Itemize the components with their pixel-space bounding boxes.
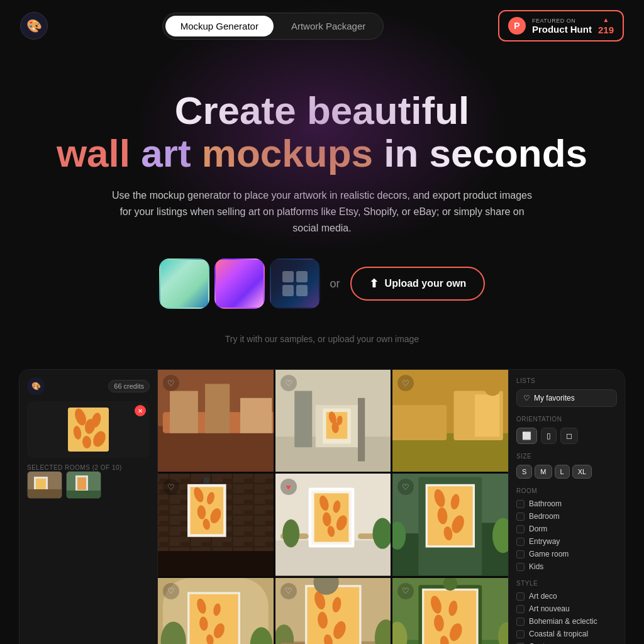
svg-point-62 [282, 519, 299, 548]
orient-landscape[interactable]: ⬜ [516, 428, 537, 444]
lists-label: LISTS [516, 377, 617, 384]
favorite-button-9[interactable]: ♡ [397, 583, 414, 599]
sample-images: or ⬆ Upload your own [25, 258, 619, 309]
checkbox-kids[interactable] [516, 563, 525, 571]
samples-hint: Try it with our samples, or upload your … [25, 334, 619, 344]
checkbox-bedroom[interactable] [516, 513, 525, 521]
artwork-svg [68, 408, 109, 452]
selected-room-2[interactable] [66, 471, 101, 499]
mockup-room-8[interactable]: ♡ [275, 578, 391, 644]
artwork-thumbnail[interactable] [68, 408, 109, 452]
hero-section: Create beautiful wall art mockups in sec… [0, 52, 644, 369]
size-s[interactable]: S [516, 465, 532, 479]
checkbox-bathroom[interactable] [516, 500, 525, 508]
heart-icon: ♡ [523, 394, 530, 402]
orientation-label: ORIENTATION [516, 416, 617, 423]
svg-rect-49 [158, 552, 274, 576]
tab-mockup-generator[interactable]: Mockup Generator [165, 16, 274, 36]
hero-subtitle: Use the mockup generator to place your a… [108, 187, 536, 236]
checkbox-artnouveau[interactable] [516, 605, 525, 613]
mockup-room-5[interactable]: ♥ [275, 474, 391, 575]
mockup-room-2[interactable]: ♡ [275, 370, 391, 472]
sample-image-3[interactable] [270, 258, 320, 309]
svg-rect-14 [67, 491, 101, 499]
hero-title-line1: Create beautiful [25, 89, 619, 132]
tab-artwork-packager[interactable]: Artwork Packager [276, 16, 380, 36]
delete-artwork-button[interactable]: ✕ [135, 405, 146, 416]
room-entryway[interactable]: Entryway [516, 537, 617, 546]
ph-name: Product Hunt [532, 24, 592, 35]
grid-cell-2 [296, 271, 308, 282]
sample-image-1[interactable] [159, 258, 209, 309]
grid-cell-1 [282, 271, 294, 282]
filter-room: ROOM Bathroom Bedroom Dorm [516, 487, 617, 571]
favorites-button[interactable]: ♡ My favorites [516, 389, 617, 407]
style-artdeco[interactable]: Art deco [516, 592, 617, 601]
favorite-button-7[interactable]: ♡ [163, 583, 179, 599]
svg-rect-30 [358, 398, 365, 462]
word-art: art [141, 131, 191, 175]
favorite-button-2[interactable]: ♡ [280, 375, 297, 391]
style-bohemian[interactable]: Bohemian & eclectic [516, 617, 617, 626]
checkbox-entryway[interactable] [516, 538, 525, 546]
filter-style: STYLE Art deco Art nouveau Bohemian & ec… [516, 580, 617, 644]
room-dorm[interactable]: Dorm [516, 525, 617, 533]
favorite-button-1[interactable]: ♡ [163, 375, 179, 391]
size-l[interactable]: L [555, 465, 570, 479]
svg-rect-18 [170, 391, 198, 433]
checkbox-bohemian[interactable] [516, 618, 525, 626]
checkbox-artdeco[interactable] [516, 592, 525, 601]
room-kids[interactable]: Kids [516, 562, 617, 571]
mockup-room-4[interactable]: ♡ [158, 474, 274, 575]
svg-rect-20 [240, 398, 272, 433]
orient-portrait[interactable]: ▯ [541, 428, 557, 444]
checkbox-coastal[interactable] [516, 630, 525, 638]
room-bedroom[interactable]: Bedroom [516, 512, 617, 521]
logo-icon: 🎨 [26, 18, 42, 33]
panel-logo-icon: 🎨 [27, 377, 45, 395]
word-in-seconds: in seconds [384, 131, 587, 175]
selected-room-1[interactable] [27, 471, 62, 499]
mockup-room-9[interactable]: ♡ [392, 578, 508, 644]
ph-featured-label: FEATURED ON [532, 18, 592, 24]
demo-section: 🎨 66 credits [0, 369, 644, 644]
favorite-button-8[interactable]: ♡ [280, 583, 297, 599]
size-m[interactable]: M [535, 465, 552, 479]
orient-square[interactable]: ◻ [560, 428, 578, 444]
grid-cell-4 [296, 285, 308, 296]
svg-rect-10 [28, 489, 62, 499]
upload-button[interactable]: ⬆ Upload your own [350, 267, 486, 301]
sample-image-2[interactable] [214, 258, 265, 309]
filter-orientation: ORIENTATION ⬜ ▯ ◻ [516, 416, 617, 444]
product-hunt-text: FEATURED ON Product Hunt [532, 18, 592, 35]
style-artnouveau[interactable]: Art nouveau [516, 604, 617, 613]
mockup-room-6[interactable]: ♡ [392, 474, 508, 575]
checkbox-dorm[interactable] [516, 525, 525, 533]
word-wall: wall [57, 131, 130, 175]
logo[interactable]: 🎨 [20, 12, 48, 40]
mockup-room-3[interactable]: ♡ [392, 370, 508, 472]
room-label: ROOM [516, 487, 617, 494]
right-panel: LISTS ♡ My favorites ORIENTATION ⬜ ▯ ◻ S… [508, 370, 625, 644]
favorite-button-5[interactable]: ♥ [280, 479, 297, 495]
svg-rect-33 [392, 405, 447, 440]
room-bathroom[interactable]: Bathroom [516, 499, 617, 508]
product-hunt-icon: P [508, 17, 526, 35]
demo-container: 🎨 66 credits [19, 369, 625, 644]
room-gameroom[interactable]: Game room [516, 550, 617, 558]
mockup-room-7[interactable]: ♡ [158, 578, 274, 644]
product-hunt-badge[interactable]: P FEATURED ON Product Hunt ▲ 219 [498, 10, 624, 42]
ph-arrow-icon: ▲ [603, 16, 609, 23]
navbar: 🎨 Mockup Generator Artwork Packager P FE… [0, 0, 644, 52]
checkbox-gameroom[interactable] [516, 550, 525, 558]
ph-count: ▲ 219 [598, 16, 614, 35]
hero-title-line2: wall art mockups in seconds [25, 132, 619, 175]
grid-cell-3 [282, 285, 294, 296]
room-checkboxes: Bathroom Bedroom Dorm Entryway [516, 499, 617, 571]
selected-rooms-section: SELECTED ROOMS (2 OF 10) [27, 464, 150, 499]
credits-badge: 66 credits [108, 380, 150, 392]
style-coastal[interactable]: Coastal & tropical [516, 630, 617, 638]
nav-tabs: Mockup Generator Artwork Packager [162, 13, 384, 40]
mockup-room-1[interactable]: ♡ [158, 370, 274, 472]
size-xl[interactable]: XL [572, 465, 592, 479]
